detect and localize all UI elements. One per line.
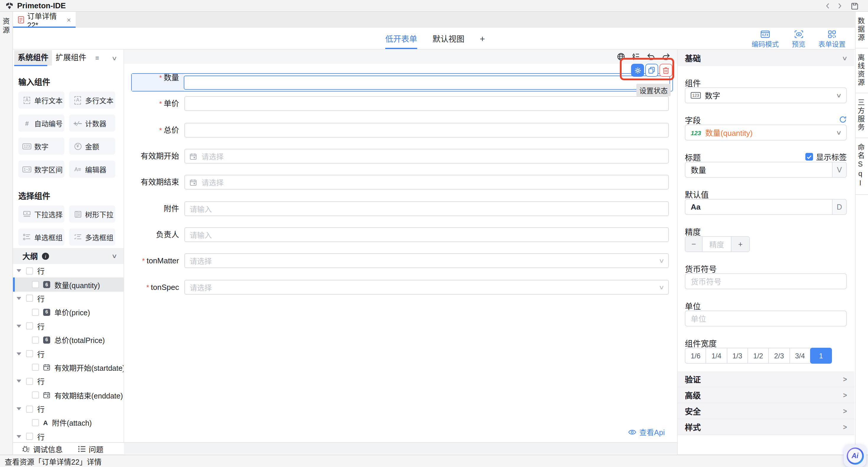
globe-icon[interactable] xyxy=(617,53,625,61)
title-input[interactable]: 数量 V xyxy=(685,162,847,178)
inspector-collapse-chevron-icon[interactable]: ∨ xyxy=(841,55,848,61)
palette-item-select[interactable]: 下拉选择 xyxy=(18,205,64,223)
outline-row-node[interactable]: 行 xyxy=(13,374,123,388)
nav-forward-icon[interactable] xyxy=(836,0,843,12)
width-option-1-2[interactable]: 1/2 xyxy=(748,348,769,363)
header-action-preview[interactable]: 预览 xyxy=(792,30,805,48)
tree-caret-icon[interactable] xyxy=(17,435,21,438)
palette-item-checks[interactable]: 多选框组 xyxy=(69,229,115,245)
inspector-section-验证[interactable]: 验证∨ xyxy=(678,371,855,387)
ai-assistant-button[interactable]: Ai xyxy=(844,444,866,467)
save-icon[interactable] xyxy=(851,0,859,12)
tree-caret-icon[interactable] xyxy=(17,269,21,272)
palette-item-editor[interactable]: A≡编辑器 xyxy=(69,161,115,178)
tree-checkbox[interactable] xyxy=(26,350,33,357)
palette-menu-icon[interactable]: ≡ xyxy=(95,54,99,61)
tree-checkbox[interactable] xyxy=(26,405,33,412)
outline-row-node[interactable]: 行 xyxy=(13,319,123,333)
resource-strip-label[interactable]: 资源 xyxy=(2,17,10,35)
default-value-input[interactable]: Aa D xyxy=(685,199,847,215)
palette-item-money[interactable]: ¥金额 xyxy=(69,138,115,155)
outline-field-node[interactable]: 6单价(price) xyxy=(13,305,123,319)
palette-collapse-chevron-icon[interactable]: ∨ xyxy=(111,55,117,61)
field-input-8[interactable]: 请选择∨ xyxy=(184,253,669,268)
outline-row-node[interactable]: 行 xyxy=(13,292,123,305)
tree-checkbox[interactable] xyxy=(32,336,39,343)
palette-item-range[interactable]: 1~3数字区间 xyxy=(18,161,64,178)
side-strip-item-3[interactable]: 三方服务 xyxy=(856,93,868,138)
document-tab[interactable]: 订单详情22* × xyxy=(13,12,75,28)
width-option-2-3[interactable]: 2/3 xyxy=(769,348,790,363)
header-action-code[interactable]: 编码模式 xyxy=(752,30,779,48)
field-input-6[interactable]: 请输入 xyxy=(184,201,669,216)
precision-input[interactable]: 精度 xyxy=(703,237,731,252)
field-input-2[interactable] xyxy=(184,96,669,111)
palette-item-num[interactable]: 123数字 xyxy=(18,138,64,155)
show-label-checkbox[interactable] xyxy=(805,153,813,161)
palette-item-hash[interactable]: #自动编号 xyxy=(18,114,64,132)
width-option-3-4[interactable]: 3/4 xyxy=(790,348,811,363)
side-strip-item-2[interactable]: 离线资源 xyxy=(856,48,868,93)
selected-field-frame[interactable] xyxy=(131,73,673,92)
outline-state-icon[interactable] xyxy=(632,53,640,61)
precision-increase-button[interactable]: + xyxy=(731,237,749,252)
field-input-3[interactable] xyxy=(184,123,669,138)
inspector-header[interactable]: 基础 ∨ xyxy=(678,49,855,66)
inspector-section-安全[interactable]: 安全∨ xyxy=(678,403,855,419)
header-action-grid[interactable]: 表单设置 xyxy=(818,30,845,48)
outline-field-node[interactable]: 6总价(totalPrice) xyxy=(13,333,123,347)
field-refresh-icon[interactable] xyxy=(839,116,847,123)
width-option-1[interactable]: 1 xyxy=(810,348,832,364)
undo-icon[interactable] xyxy=(646,53,655,61)
outline-field-node[interactable]: 有效期结束(enddate) xyxy=(13,388,123,402)
tab-system-components[interactable]: 系统组件 xyxy=(14,50,52,66)
tree-caret-icon[interactable] xyxy=(17,407,21,410)
title-variable-button[interactable]: V xyxy=(832,162,846,177)
outline-row-node[interactable]: 行 xyxy=(13,402,123,416)
inspector-section-样式[interactable]: 样式∨ xyxy=(678,419,855,435)
default-value-d-button[interactable]: D xyxy=(832,200,846,214)
field-input-4[interactable]: 请选择 xyxy=(184,149,669,164)
field-input-9[interactable]: 请选择∨ xyxy=(184,280,669,295)
component-select[interactable]: 123 数字 ∨ xyxy=(685,88,847,103)
tab-extended-components[interactable]: 扩展组件 xyxy=(52,50,90,66)
tree-checkbox[interactable] xyxy=(32,281,39,288)
field-delete-button[interactable] xyxy=(659,64,673,77)
side-strip-item-1[interactable]: 数据源 xyxy=(856,12,868,48)
tree-caret-icon[interactable] xyxy=(17,380,21,383)
add-view-button[interactable]: + xyxy=(480,33,485,43)
tree-checkbox[interactable] xyxy=(26,378,33,385)
field-input-7[interactable]: 请输入 xyxy=(184,227,669,242)
outline-collapse-chevron-icon[interactable]: ∨ xyxy=(111,253,117,259)
field-select[interactable]: 123 数量(quantity) ∨ xyxy=(685,125,847,140)
tree-checkbox[interactable] xyxy=(26,295,33,302)
tree-caret-icon[interactable] xyxy=(17,325,21,328)
view-tab-2[interactable]: 默认视图 xyxy=(433,28,464,49)
nav-back-icon[interactable] xyxy=(824,0,831,12)
field-input-5[interactable]: 请选择 xyxy=(184,175,669,190)
view-api-link[interactable]: 查看Api xyxy=(628,426,665,437)
outline-header[interactable]: 大纲 i ∨ xyxy=(13,248,123,264)
palette-item-radio[interactable]: 单选框组 xyxy=(18,229,64,245)
outline-row-node[interactable]: 行 xyxy=(13,347,123,361)
inspector-section-高级[interactable]: 高级∨ xyxy=(678,387,855,403)
width-option-1-3[interactable]: 1/3 xyxy=(727,348,748,363)
outline-field-node[interactable]: 6数量(quantity) xyxy=(13,278,123,292)
view-tab-1[interactable]: 低开表单 xyxy=(385,28,417,49)
width-option-1-4[interactable]: 1/4 xyxy=(706,348,727,363)
precision-decrease-button[interactable]: − xyxy=(685,237,703,252)
width-option-1-6[interactable]: 1/6 xyxy=(685,348,706,363)
problems-tab[interactable]: 问题 2 xyxy=(78,443,103,454)
quantity-input[interactable] xyxy=(184,75,670,90)
tree-checkbox[interactable] xyxy=(32,419,39,426)
close-tab-icon[interactable]: × xyxy=(67,15,71,24)
tree-checkbox[interactable] xyxy=(26,433,33,440)
palette-item-treesel[interactable]: 树形下拉 xyxy=(69,205,115,223)
unit-input[interactable]: 单位 xyxy=(685,310,847,327)
outline-row-node[interactable]: 行 xyxy=(13,264,123,278)
side-strip-item-4[interactable]: 命名Sql xyxy=(856,138,868,195)
tree-caret-icon[interactable] xyxy=(17,352,21,355)
tree-checkbox[interactable] xyxy=(26,267,33,274)
currency-input[interactable]: 货币符号 xyxy=(685,273,847,289)
field-settings-button[interactable] xyxy=(631,64,644,77)
